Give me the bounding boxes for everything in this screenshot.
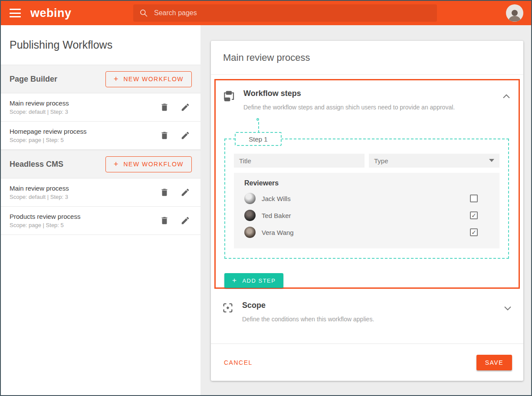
pencil-icon [181,216,190,225]
delete-workflow-button[interactable] [158,214,171,227]
accordion-title: Scope [242,301,502,310]
workflow-list-item: Homepage review process Scope: page | St… [1,122,200,150]
reviewer-row: Jack Wills [244,193,489,204]
reviewer-name: Jack Wills [262,195,470,202]
trash-icon [160,216,169,225]
editor-footer: CANCEL SAVE [211,344,523,381]
accordion-description: Define the conditions when this workflow… [242,316,502,323]
pencil-icon [181,131,190,140]
search-input[interactable] [154,9,431,17]
trash-icon [160,131,169,140]
edit-workflow-button[interactable] [179,214,192,227]
new-workflow-label: NEW WORKFLOW [123,161,184,168]
accordion-workflow-steps-header[interactable]: Workflow steps Define the workflow steps… [223,89,512,111]
pencil-icon [181,188,190,197]
search-icon [139,9,148,17]
workflow-title: Main review process [10,99,150,107]
delete-workflow-button[interactable] [158,129,171,142]
workflow-editor-card: Main review process Workflow steps Defin… [211,41,523,381]
workflow-meta: Scope: page | Step: 5 [10,222,150,228]
section-header-headless-cms: Headless CMS + NEW WORKFLOW [1,150,200,178]
reviewer-checkbox[interactable] [470,228,478,236]
person-icon [507,8,522,22]
reviewer-row: Ted Baker [244,210,489,221]
reviewers-title: Reviewers [244,179,489,187]
trash-icon [160,102,169,112]
app-window: webiny Publishing Workflows Page Builder… [0,0,532,396]
scope-icon [221,302,234,314]
webiny-logo: webiny [30,7,72,20]
delete-workflow-button[interactable] [158,101,171,114]
workflow-list-item: Main review process Scope: default | Ste… [1,93,200,122]
plus-icon: + [114,160,118,169]
workflows-sidebar: Publishing Workflows Page Builder + NEW … [1,25,200,395]
step-label: Step 1 [235,132,282,146]
workflow-meta: Scope: page | Step: 5 [10,137,150,143]
edit-workflow-button[interactable] [179,101,192,114]
save-button[interactable]: SAVE [476,355,512,370]
reviewer-name: Ted Baker [262,212,470,219]
edit-workflow-button[interactable] [179,129,192,142]
workflow-list-item: Main review process Scope: default | Ste… [1,178,200,207]
section-title: Headless CMS [10,160,63,169]
workflow-meta: Scope: default | Step: 3 [10,194,150,200]
step-title-input[interactable] [234,154,365,168]
edit-workflow-button[interactable] [179,186,192,199]
plus-icon: + [114,75,118,84]
new-workflow-button[interactable]: + NEW WORKFLOW [105,71,192,87]
workflow-title: Homepage review process [10,128,150,135]
workflow-meta: Scope: default | Step: 3 [10,109,150,115]
main-content: Main review process Workflow steps Defin… [200,25,531,395]
step-group: Step 1 Type Reviewers Jac [224,139,509,259]
chevron-down-icon [504,306,511,310]
chevron-up-icon [503,94,510,99]
section-title: Page Builder [10,75,57,84]
accordion-title: Workflow steps [243,89,501,98]
reviewer-name: Vera Wang [262,229,470,236]
hamburger-menu-button[interactable] [10,9,21,17]
step-type-label: Type [374,157,489,165]
reviewer-avatar [244,193,256,204]
accordion-description: Define the workflow steps and assign shi… [243,104,501,111]
reviewer-checkbox[interactable] [470,211,478,219]
expand-button[interactable] [502,304,513,314]
collapse-button[interactable] [501,92,512,102]
step-connector-line [258,122,259,133]
user-avatar[interactable] [506,4,523,22]
workflow-editor-title: Main review process [211,41,523,75]
workflow-list-item: Products review process Scope: page | St… [1,207,200,235]
hamburger-icon [10,9,21,10]
top-bar: webiny [1,1,531,25]
new-workflow-label: NEW WORKFLOW [123,76,184,82]
trash-icon [160,188,169,197]
delete-workflow-button[interactable] [158,186,171,199]
cancel-button[interactable]: CANCEL [222,356,254,370]
plus-icon: + [232,276,237,285]
workflow-title: Products review process [10,213,150,220]
accordion-workflow-steps: Workflow steps Define the workflow steps… [214,79,520,289]
reviewers-panel: Reviewers Jack Wills Ted Baker [234,173,499,248]
reviewer-avatar [244,210,256,221]
reviewer-checkbox[interactable] [470,195,478,202]
pencil-icon [181,102,190,112]
workflow-steps-icon [223,90,236,103]
add-step-button[interactable]: + ADD STEP [224,273,283,288]
add-step-label: ADD STEP [242,277,276,284]
accordion-scope-header[interactable]: Scope Define the conditions when this wo… [221,301,513,323]
reviewer-avatar [244,227,256,238]
page-title: Publishing Workflows [1,25,200,65]
workflow-title: Main review process [10,185,150,192]
accordion-scope: Scope Define the conditions when this wo… [211,289,523,344]
step-type-select[interactable]: Type [369,154,499,168]
reviewer-row: Vera Wang [244,227,489,238]
dropdown-arrow-icon [489,159,494,162]
section-header-page-builder: Page Builder + NEW WORKFLOW [1,65,200,93]
step-connector-dot [256,118,259,121]
new-workflow-button[interactable]: + NEW WORKFLOW [105,156,192,172]
search-bar[interactable] [133,4,437,22]
